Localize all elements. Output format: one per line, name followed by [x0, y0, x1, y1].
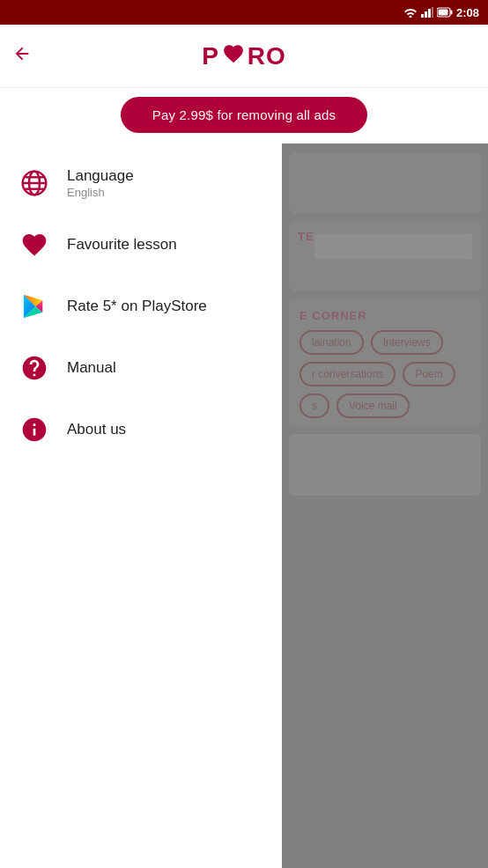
svg-rect-2	[428, 9, 431, 18]
logo-p: P	[202, 42, 219, 70]
language-label-wrap: Language English	[67, 167, 134, 199]
remove-ads-button[interactable]: Pay 2.99$ for removing all ads	[121, 97, 368, 133]
globe-icon	[18, 166, 51, 200]
ad-banner: Pay 2.99$ for removing all ads	[0, 88, 488, 143]
logo-heart-icon	[222, 42, 245, 70]
logo-ro: RO	[248, 42, 286, 70]
manual-label-wrap: Manual	[67, 359, 116, 377]
rate-label-wrap: Rate 5* on PlayStore	[67, 298, 207, 315]
favourite-label: Favourite lesson	[67, 236, 177, 254]
language-label: Language	[67, 167, 134, 185]
about-label-wrap: About us	[67, 421, 126, 438]
right-overlay[interactable]	[282, 143, 488, 868]
main-layout: Language English Favourite lesson	[0, 143, 488, 868]
sidebar-drawer: Language English Favourite lesson	[0, 143, 282, 868]
svg-rect-5	[450, 11, 452, 15]
rate-label: Rate 5* on PlayStore	[67, 298, 207, 315]
language-sublabel: English	[67, 186, 134, 199]
sidebar-item-about[interactable]: About us	[0, 399, 282, 460]
play-icon	[18, 290, 51, 323]
status-icons: 2:08	[403, 6, 479, 19]
header: P RO	[0, 25, 488, 88]
info-icon	[18, 413, 51, 446]
battery-icon	[437, 7, 453, 18]
status-bar: 2:08	[0, 0, 488, 25]
about-label: About us	[67, 421, 126, 438]
sidebar-item-rate[interactable]: Rate 5* on PlayStore	[0, 276, 282, 337]
favourite-label-wrap: Favourite lesson	[67, 236, 177, 254]
heart-icon	[18, 228, 51, 261]
sidebar-item-favourite[interactable]: Favourite lesson	[0, 214, 282, 276]
status-time: 2:08	[456, 6, 479, 19]
app-logo: P RO	[202, 42, 286, 70]
svg-rect-1	[425, 11, 427, 18]
svg-rect-0	[421, 14, 424, 18]
manual-label: Manual	[67, 359, 116, 377]
svg-rect-6	[438, 10, 447, 16]
sidebar-item-manual[interactable]: Manual	[0, 337, 282, 399]
wifi-icon	[403, 7, 418, 18]
signal-icon	[421, 7, 433, 18]
help-icon	[18, 351, 51, 385]
svg-rect-3	[432, 7, 433, 18]
sidebar-item-language[interactable]: Language English	[0, 152, 282, 214]
back-button[interactable]	[12, 44, 32, 69]
